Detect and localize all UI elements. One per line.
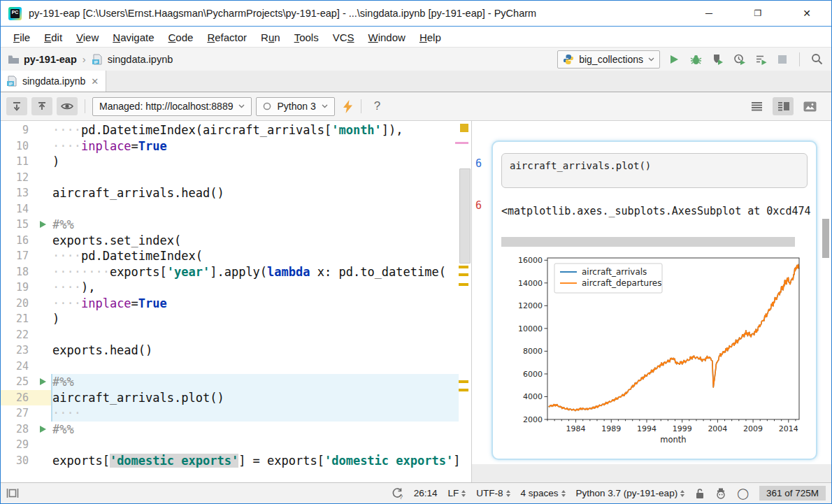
warning-stripe-mark[interactable] [459, 273, 468, 276]
editor-line-16[interactable]: 16exports.set_index( [1, 233, 459, 249]
editor-line-27[interactable]: 27···· [1, 405, 459, 422]
run-with-button[interactable] [753, 52, 768, 67]
editor-line-12[interactable]: 12 [1, 170, 459, 186]
notifications-icon[interactable]: ◯ [737, 487, 749, 500]
run-cell-above-button[interactable] [31, 97, 52, 115]
warning-stripe-mark[interactable] [459, 283, 468, 286]
menu-refactor[interactable]: Refactor [200, 29, 254, 45]
view-split-button[interactable] [773, 97, 794, 115]
gutter [33, 122, 52, 138]
svg-text:IP: IP [8, 82, 13, 86]
run-cell-icon[interactable] [33, 422, 52, 438]
navigation-bar: py-191-eap › IP singdata.ipynb big_colle… [1, 47, 831, 71]
caret-position[interactable]: 26:14 [414, 488, 438, 498]
editor-line-25[interactable]: 25#%% [1, 374, 459, 390]
line-number: 26 [1, 390, 33, 406]
jupyter-server-select[interactable]: Managed: http://localhost:8889 [92, 97, 252, 116]
indent-widget[interactable]: 4 spaces [521, 488, 566, 498]
menu-file[interactable]: File [6, 29, 37, 45]
inspections-hector-icon[interactable] [715, 488, 726, 499]
code-text: aircraft_arrivals.head() [52, 185, 459, 201]
editor-line-29[interactable]: 29 [1, 437, 459, 453]
editor-line-26[interactable]: 26aircraft_arrivals.plot() [1, 390, 459, 406]
line-separator-widget[interactable]: LF [447, 488, 466, 498]
code-text: ) [52, 154, 459, 170]
warning-stripe-mark[interactable] [459, 266, 468, 268]
menu-code[interactable]: Code [162, 29, 201, 45]
kernel-select[interactable]: Python 3 [256, 97, 334, 116]
svg-text:1989: 1989 [601, 424, 621, 433]
gutter [33, 405, 52, 422]
editor-line-18[interactable]: 18········exports['year'].apply(lambda x… [1, 264, 459, 280]
toolwindow-toggle-icon[interactable] [6, 488, 19, 498]
view-preview-only-button[interactable] [799, 97, 820, 115]
editor-line-30[interactable]: 30exports['domestic exports'] = exports[… [1, 453, 459, 469]
maximize-button[interactable]: ❐ [733, 1, 782, 26]
stripe-mark-pink[interactable] [455, 142, 468, 144]
run-cell-icon[interactable] [33, 217, 52, 233]
view-editor-only-button[interactable] [746, 97, 767, 115]
editor-line-28[interactable]: 28#%% [1, 422, 459, 438]
menu-vcs[interactable]: VCS [326, 29, 361, 45]
editor-line-20[interactable]: 20····inplace=True [1, 296, 459, 312]
folder-icon [8, 55, 20, 64]
menu-edit[interactable]: Edit [37, 29, 69, 45]
menu-view[interactable]: View [69, 29, 106, 45]
editor-line-21[interactable]: 21) [1, 311, 459, 327]
cell-source-code[interactable]: aircraft_arrivals.plot() [501, 153, 808, 188]
minimize-button[interactable]: ─ [684, 1, 733, 26]
gutter [33, 138, 52, 154]
help-icon[interactable]: ? [368, 99, 386, 113]
menu-tools[interactable]: Tools [287, 29, 326, 45]
editor-line-9[interactable]: 9····pd.DatetimeIndex(aircraft_arrivals[… [1, 122, 459, 138]
menu-navigate[interactable]: Navigate [106, 29, 161, 45]
encoding-widget[interactable]: UTF-8 [476, 488, 510, 498]
editor-line-19[interactable]: 19····), [1, 280, 459, 296]
code-text: exports.set_index( [52, 233, 459, 249]
kernel-status-icon [263, 102, 271, 110]
preview-scrollbar[interactable] [822, 219, 829, 258]
tab-singdata-ipynb[interactable]: IP singdata.ipynb ✕ [1, 71, 106, 92]
ipynb-file-icon: IP [92, 54, 103, 65]
debug-button[interactable] [688, 52, 703, 67]
file-status-stripe-mark[interactable] [460, 124, 468, 132]
editor-line-13[interactable]: 13aircraft_arrivals.head() [1, 185, 459, 201]
memory-indicator[interactable]: 361 of 725M [759, 486, 826, 501]
interpreter-widget[interactable]: Python 3.7 (py-191-eap) [576, 488, 685, 498]
editor-line-11[interactable]: 11) [1, 154, 459, 170]
lock-icon[interactable] [695, 488, 705, 499]
run-config-select[interactable]: big_collections [557, 50, 660, 69]
tab-close-icon[interactable]: ✕ [89, 76, 99, 87]
editor-line-24[interactable]: 24 [1, 359, 459, 375]
status-bar: ? 26:14 LF UTF-8 4 spaces Python 3.7 (py… [1, 482, 831, 503]
restart-kernel-bolt-icon[interactable] [343, 100, 354, 113]
menu-run[interactable]: Run [254, 29, 287, 45]
menu-help[interactable]: Help [413, 29, 448, 45]
close-button[interactable]: ✕ [782, 1, 831, 26]
run-cell-below-button[interactable] [6, 97, 27, 115]
eye-icon[interactable] [57, 97, 78, 115]
run-cell-icon[interactable] [33, 374, 52, 390]
coverage-button[interactable] [710, 52, 725, 67]
code-text: #%% [52, 422, 459, 438]
breadcrumb-project[interactable]: py-191-eap [24, 54, 77, 65]
editor-line-17[interactable]: 17····pd.DatetimeIndex( [1, 248, 459, 264]
search-everywhere-icon[interactable] [809, 52, 824, 67]
profiler-button[interactable] [731, 52, 747, 67]
editor-line-23[interactable]: 23exports.head() [1, 343, 459, 359]
gutter [33, 390, 52, 406]
line-number: 9 [1, 122, 33, 138]
warning-stripe-mark[interactable] [459, 380, 468, 383]
run-button[interactable] [666, 52, 682, 67]
notebook-cell[interactable]: aircraft_arrivals.plot() <matplotlib.axe… [492, 141, 817, 460]
warning-stripe-mark[interactable] [459, 389, 468, 391]
editor-line-14[interactable]: 14 [1, 201, 459, 217]
background-tasks-icon[interactable]: ? [392, 487, 403, 500]
menu-window[interactable]: Window [361, 29, 413, 45]
editor-line-22[interactable]: 22 [1, 327, 459, 343]
editor-scrollbar[interactable] [459, 168, 471, 264]
breadcrumb-file[interactable]: singdata.ipynb [108, 54, 173, 65]
code-editor[interactable]: 9····pd.DatetimeIndex(aircraft_arrivals[… [1, 121, 471, 482]
editor-line-15[interactable]: 15#%% [1, 217, 459, 233]
editor-line-10[interactable]: 10····inplace=True [1, 138, 459, 154]
